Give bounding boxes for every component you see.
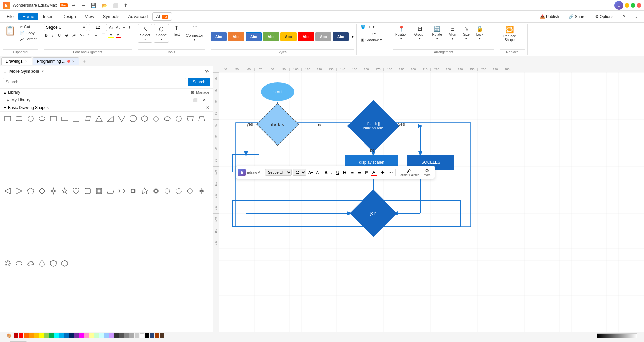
shape-chevron-r[interactable]	[117, 186, 127, 196]
font-color-btn[interactable]: A	[116, 32, 121, 38]
menu-file[interactable]: File	[3, 13, 18, 20]
shape-ellipse[interactable]	[37, 114, 47, 124]
shape-narrow-rect[interactable]	[71, 114, 81, 124]
menu-symbols[interactable]: Symbols	[99, 13, 124, 20]
edraw-ai-logo[interactable]: E	[238, 169, 246, 176]
group-btn[interactable]: ⊞ Group - ▾	[412, 24, 428, 42]
join-diamond[interactable]: join	[350, 196, 397, 230]
line-btn[interactable]: — Line ▾	[359, 31, 377, 36]
subscript-btn[interactable]: x₂	[79, 32, 85, 38]
fill-btn[interactable]: 🪣 Fill ▾	[359, 24, 376, 30]
ft-magic-btn[interactable]: ✦	[379, 169, 386, 176]
bullet-btn[interactable]: ≡	[94, 33, 98, 38]
ft-more-icon[interactable]: ⋯	[387, 169, 394, 176]
connector-btn[interactable]: ⌒ Connector ▾	[184, 24, 205, 43]
color-swatch[interactable]	[129, 333, 134, 338]
bold-btn[interactable]: B	[44, 33, 49, 38]
my-lib-add-icon[interactable]: +	[199, 98, 201, 102]
text-align-btn[interactable]: ≡	[122, 25, 126, 30]
select-btn[interactable]: ↖ Select ▾	[138, 24, 153, 43]
shape-parallelogram[interactable]	[83, 114, 93, 124]
ft-strike-btn[interactable]: S	[342, 169, 347, 176]
drawing1-tab[interactable]: Drawing1 ✕	[1, 57, 32, 65]
canvas-content[interactable]: start if a=b=c if a==b ||b==c && a!=c ye…	[219, 72, 644, 332]
search-btn[interactable]: Search	[188, 78, 210, 86]
style-chip-0[interactable]: Abc	[211, 32, 227, 41]
shape-rect-fill[interactable]	[48, 114, 58, 124]
close-btn[interactable]	[637, 3, 641, 8]
ft-list2-btn[interactable]: ☰	[356, 169, 363, 176]
align-btn[interactable]: ⊟ Align ▾	[446, 24, 459, 42]
font-size-selector[interactable]: 12	[89, 24, 107, 31]
large-rect-outline[interactable]	[232, 200, 461, 227]
my-lib-close-icon[interactable]: ✕	[203, 98, 206, 102]
color-swatch[interactable]	[54, 333, 59, 338]
add-tab-btn[interactable]: +	[80, 58, 88, 65]
color-swatch[interactable]	[69, 333, 74, 338]
menu-ai[interactable]: AI hot	[152, 12, 172, 21]
shape-shield[interactable]	[48, 258, 58, 268]
color-swatch[interactable]	[24, 333, 29, 338]
more-options-btn[interactable]: ⌄	[631, 13, 641, 20]
ft-increase-icon[interactable]: A+	[307, 170, 314, 175]
color-swatch[interactable]	[89, 333, 94, 338]
size-btn[interactable]: ⤡ Size ▾	[460, 24, 472, 42]
ft-font-color-btn[interactable]: A	[371, 169, 377, 176]
text-btn[interactable]: T Text	[170, 24, 182, 38]
diamond-if-abc[interactable]: if a=b=c	[259, 113, 296, 136]
color-swatch[interactable]	[150, 333, 154, 338]
position-btn[interactable]: 📍 Position ▾	[393, 24, 410, 42]
rotate-btn[interactable]: 🔄 Rotate ▾	[430, 24, 445, 42]
programming-tab[interactable]: Programming ... ✕	[33, 57, 79, 65]
underline-btn[interactable]: U	[57, 33, 62, 38]
shape-right-triangle[interactable]	[105, 114, 115, 124]
style-chip-4[interactable]: Abc	[280, 32, 297, 41]
shape-starburst[interactable]	[128, 186, 138, 196]
shape-heart[interactable]	[71, 186, 81, 196]
shadow-btn[interactable]: ▣ Shadow ▾	[359, 37, 383, 43]
decrease-font-btn[interactable]: A↓	[115, 25, 121, 30]
strikethrough-btn[interactable]: S	[64, 33, 69, 38]
color-swatch[interactable]	[14, 333, 18, 338]
color-swatch[interactable]	[44, 333, 49, 338]
increase-font-btn[interactable]: A↑	[108, 25, 114, 30]
shape-triRight[interactable]	[3, 186, 13, 196]
color-swatch[interactable]	[19, 333, 23, 338]
color-swatch[interactable]	[124, 333, 129, 338]
manage-btn[interactable]: ⊞	[191, 90, 194, 95]
color-swatch[interactable]	[145, 333, 149, 338]
color-swatch[interactable]	[64, 333, 69, 338]
panel-collapse-btn[interactable]: ≫	[204, 68, 209, 74]
style-chip-2[interactable]: Abc	[246, 32, 262, 41]
shape-diamond2[interactable]	[185, 186, 195, 196]
shape-diamond[interactable]	[151, 114, 161, 124]
ft-font-size[interactable]: 12	[293, 169, 306, 176]
ft-decrease-icon[interactable]: A-	[315, 170, 321, 175]
redo-btn[interactable]: ↪	[80, 2, 87, 9]
color-swatch[interactable]	[104, 333, 109, 338]
style-chip-6[interactable]: Abc	[315, 32, 331, 41]
shape-star5[interactable]	[60, 186, 70, 196]
shapes-expand-icon[interactable]: ▼	[3, 106, 7, 110]
copy-btn[interactable]: 📄 Copy	[19, 30, 38, 36]
paragraph-btn[interactable]: ¶	[87, 33, 92, 38]
shapes-close-icon[interactable]: ✕	[206, 105, 209, 110]
shape-oval[interactable]	[162, 114, 172, 124]
shape-pill[interactable]	[14, 258, 24, 268]
bg-color-btn[interactable]: A	[108, 32, 113, 38]
color-swatch[interactable]	[79, 333, 84, 338]
color-swatch[interactable]	[59, 333, 64, 338]
shape-trap2[interactable]	[197, 114, 207, 124]
italic-btn[interactable]: I	[51, 33, 55, 38]
superscript-btn[interactable]: x²	[71, 33, 77, 38]
menu-design[interactable]: Design	[58, 13, 80, 20]
shape-wide-trap[interactable]	[105, 186, 115, 196]
save-btn[interactable]: 💾	[89, 2, 98, 9]
shape-hexagon[interactable]	[140, 114, 150, 124]
color-picker-icon[interactable]: 🎨	[7, 333, 12, 338]
shape-circle-2[interactable]	[174, 114, 184, 124]
ft-font-selector[interactable]: Segoe UI	[265, 169, 292, 176]
shape-rectangle[interactable]	[3, 114, 13, 124]
style-chip-1[interactable]: Abc	[228, 32, 244, 41]
numbering-btn[interactable]: ☰	[100, 32, 106, 38]
